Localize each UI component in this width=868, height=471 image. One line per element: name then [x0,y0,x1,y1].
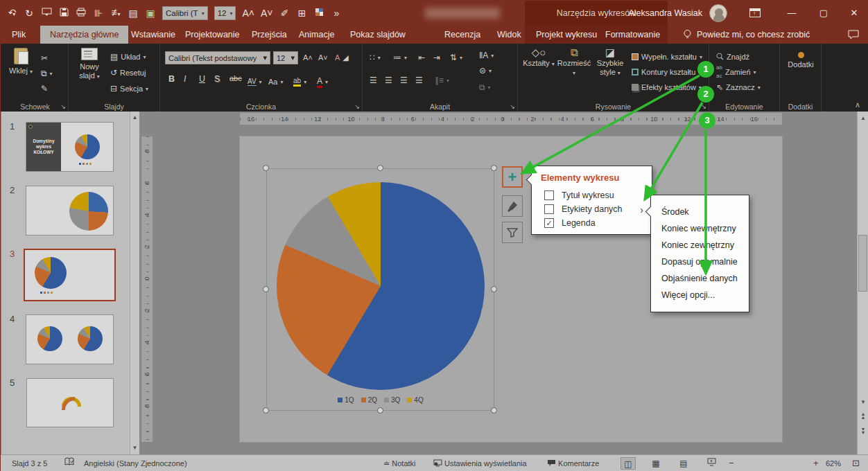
paste-button[interactable]: Wklej ▾ [6,48,35,76]
display-settings-button[interactable]: Ustawienia wyświetlania [433,455,527,471]
chart-styles-button[interactable] [502,195,523,217]
panel-scroll-up-button[interactable]: ▲ [130,112,139,123]
slide-thumbnail-5[interactable] [26,378,114,427]
legend-item-1q[interactable]: 1Q [338,396,354,404]
resize-handle-nw[interactable] [263,165,269,171]
increase-font-button[interactable]: A˄ [303,51,313,64]
resize-handle-s[interactable] [377,407,383,414]
chart-filters-button[interactable] [502,222,523,243]
section-button[interactable]: ⊟Sekcja▾ [110,82,148,95]
repeat-button[interactable]: ↻ [24,1,35,26]
submenu-item-wiecej-opcji[interactable]: Więcej opcji... [661,287,715,303]
columns-button[interactable]: ∥≡▾ [435,74,449,87]
tab-animacje[interactable]: Animacje [299,26,334,44]
menu-item-etykiety-danych[interactable]: Etykiety danych [544,202,623,216]
dialog-launcher-icon[interactable]: ↘ [60,103,66,110]
legend-item-4q[interactable]: 4Q [407,396,423,404]
previous-slide-button[interactable]: ▲▲ [858,412,868,423]
user-name[interactable]: Aleksandra Wasiak [618,1,702,26]
change-case-button[interactable]: Aa▾ [268,75,283,88]
tab-projektowanie[interactable]: Projektowanie [185,26,240,44]
submenu-item-koniec-wewnetrzny[interactable]: Koniec wewnętrzny [661,220,736,237]
tell-me-input[interactable]: Powiedz mi, co chcesz zrobić [697,26,810,44]
language-indicator[interactable]: Angielski (Stany Zjednoczone) [84,455,187,471]
strikethrough-button[interactable]: abc [227,74,245,82]
addins-button[interactable]: Dodatki [783,52,819,69]
slide-thumbnail-4[interactable] [26,314,114,364]
menu-item-legenda[interactable]: ✓ Legenda [544,216,596,230]
excel-object-button[interactable]: ▣ [145,1,156,26]
tab-wstawianie[interactable]: Wstawianie [131,26,175,44]
notes-page-button[interactable]: ▤ [128,1,139,26]
clear-formatting-button[interactable]: A◢ [335,51,349,64]
submenu-item-objasnienie-danych[interactable]: Objaśnienie danych [661,270,738,287]
tab-pokaz-slajdow[interactable]: Pokaz slajdów [350,26,406,44]
format-painter-button[interactable]: ✎ [41,82,48,95]
eyedropper-button[interactable]: ✐ [279,1,290,26]
highlight-color-button[interactable]: ab▾ [293,75,306,88]
shape-outline-button[interactable]: Kontury kształtu▾ [632,66,701,78]
tab-formatowanie[interactable]: Formatowanie [605,26,660,44]
decrease-indent-button[interactable]: ⇤ [418,51,425,64]
resize-handle-w[interactable] [263,286,269,292]
resize-handle-sw[interactable] [263,407,269,414]
underline-button[interactable]: U [196,74,208,84]
collapse-ribbon-button[interactable]: ∧ [855,100,860,109]
minimize-button[interactable]: — [780,1,804,26]
align-right-button[interactable]: ☰ [400,74,408,87]
dialog-launcher-icon[interactable]: ↘ [701,103,706,110]
replace-button[interactable]: abacZamień▾ [716,66,756,78]
resize-handle-n[interactable] [377,165,383,171]
paragraph-settings-button[interactable]: ≢▾ [110,0,121,27]
zoom-level[interactable]: 62% [826,455,841,471]
align-objects-button[interactable]: ⊪ [93,1,104,26]
character-spacing-button[interactable]: AV▾ [248,75,262,88]
reset-button[interactable]: ↺Resetuj [110,66,146,79]
font-color-button[interactable]: A▾ [317,75,328,88]
convert-smartart-button[interactable]: ⧉▾ [479,81,491,94]
submenu-item-koniec-zewnetrzny[interactable]: Koniec zewnętrzny [661,237,734,254]
print-button[interactable] [76,1,87,26]
tab-widok[interactable]: Widok [497,26,521,44]
panel-scrollbar[interactable]: ▲ ▼ [130,112,139,454]
resize-handle-ne[interactable] [491,165,497,171]
qat-overflow-button[interactable]: » [331,1,342,26]
checkbox-chart-title[interactable] [544,190,554,200]
slide-thumbnail-1[interactable]: Domyślny wykres KOŁOWY [26,122,114,172]
next-slide-button[interactable]: ▼▼ [858,427,868,438]
increase-indent-button[interactable]: ⇥ [433,51,440,64]
quick-styles-button[interactable]: ◪ Szybkie style ▾ [593,48,627,78]
zoom-out-button[interactable]: − [729,455,734,471]
ribbon-display-options-button[interactable] [749,8,761,17]
slide-thumbnail-2[interactable] [26,186,114,236]
normal-view-button[interactable]: ◫ [620,457,636,470]
scroll-down-button[interactable]: ▼ [858,397,868,408]
menu-item-tytul-wykresu[interactable]: Tytuł wykresu [544,188,614,202]
italic-button[interactable]: I [181,74,189,84]
resize-handle-e[interactable] [491,286,497,292]
slide-thumbnail-3-selected[interactable] [24,249,116,301]
editor-scrollbar[interactable]: ▲ ▼ ▲▲ ▼▼ [857,112,868,454]
dialog-launcher-icon[interactable]: ↘ [510,103,515,110]
comments-button[interactable]: Komentarze [547,455,599,471]
grow-font-button[interactable]: A˄ [242,1,254,26]
layout-button[interactable]: ▤Układ▾ [110,51,146,63]
tab-projekt-wykresu[interactable]: Projekt wykresu [536,26,597,44]
legend-item-3q[interactable]: 3Q [384,396,400,404]
insert-placeholder-button[interactable]: ⊞ [297,1,308,26]
tab-plik[interactable]: Plik [12,26,26,44]
select-button[interactable]: ⇖Zaznacz▾ [716,81,761,94]
shape-fill-button[interactable]: Wypełn. kształtu▾ [632,51,702,63]
find-button[interactable]: Znajdź [716,51,749,63]
align-center-button[interactable]: ☰ [385,74,392,87]
spellcheck-icon[interactable] [64,455,75,471]
maximize-button[interactable]: ▢ [812,1,835,26]
shadow-button[interactable]: S [211,74,223,84]
theme-colors-button[interactable]: ▾ [314,0,325,27]
qat-font-size-select[interactable]: 12▾ [214,6,236,20]
shrink-font-button[interactable]: A˅ [261,1,273,26]
decrease-font-button[interactable]: A˅ [318,51,328,64]
scrollbar-thumb[interactable] [858,235,867,292]
chart-elements-button[interactable]: + [502,166,523,188]
submenu-item-srodek[interactable]: Środek [661,204,689,220]
